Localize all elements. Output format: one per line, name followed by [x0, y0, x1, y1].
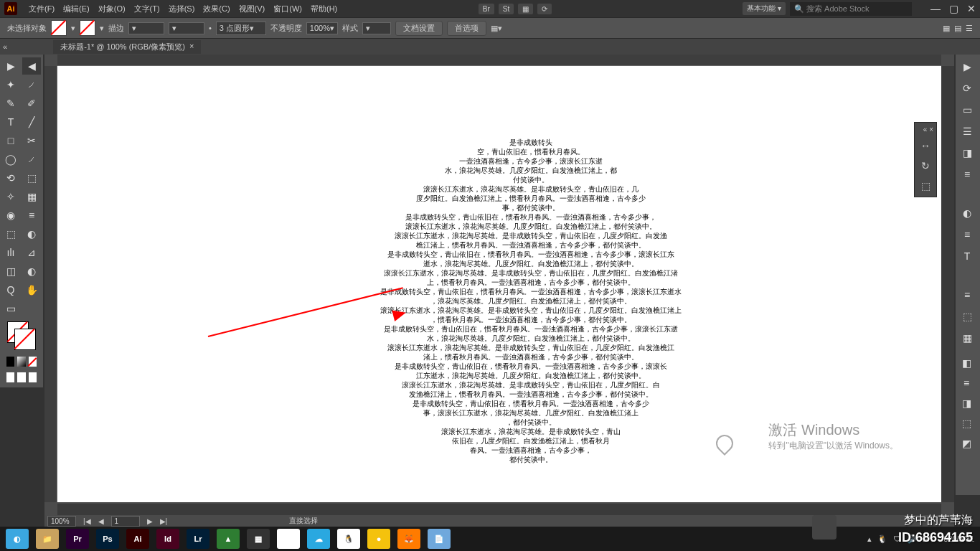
stroke-swatch[interactable]: [80, 20, 95, 36]
tool-button[interactable]: ◐: [22, 263, 41, 280]
panel-icon[interactable]: ▭: [957, 100, 977, 119]
brush-def[interactable]: 3 点圆形 ▾: [216, 22, 266, 35]
panel-icon[interactable]: ◩: [957, 435, 976, 452]
nav-first-icon[interactable]: |◀: [83, 517, 91, 525]
menu-item[interactable]: 帮助(H): [306, 3, 341, 14]
nav-next-icon[interactable]: ▶: [147, 517, 153, 525]
close-icon[interactable]: ✕: [967, 3, 976, 14]
panel-collapse-icon[interactable]: « ×: [923, 126, 933, 133]
gpu-icon[interactable]: ⟳: [537, 4, 552, 14]
tray-up-icon[interactable]: ▴: [867, 534, 872, 544]
taskbar-app[interactable]: ▲: [217, 529, 240, 549]
menu-item[interactable]: 效果(C): [199, 3, 234, 14]
tray-qq-icon[interactable]: 🐧: [877, 534, 887, 544]
taskbar-app[interactable]: 🦊: [397, 529, 420, 549]
scrollbar-vertical[interactable]: [941, 66, 954, 502]
prefs-button[interactable]: 首选项: [447, 21, 486, 36]
nav-last-icon[interactable]: ▶|: [160, 517, 168, 525]
area-text-object[interactable]: 是非成败转头空，青山依旧在，惯看秋月春风。一壶浊酒喜相逢，古今多少事，滚滚长江东…: [359, 138, 703, 464]
tool-button[interactable]: ⟋: [22, 151, 41, 168]
workspace-switcher[interactable]: 基本功能 ▾: [743, 2, 786, 15]
taskbar-app[interactable]: ☁: [307, 529, 330, 549]
transform-icon[interactable]: ↔: [918, 138, 933, 154]
tool-button[interactable]: ╱: [22, 113, 41, 131]
tool-button[interactable]: ⟲: [1, 169, 20, 187]
menu-item[interactable]: 视图(V): [235, 3, 270, 14]
arrange-icon[interactable]: ▦: [518, 4, 533, 14]
panel-icon[interactable]: ▶: [957, 57, 977, 76]
tool-button[interactable]: ılı: [1, 244, 20, 261]
fill-swatch[interactable]: [51, 20, 67, 36]
tool-button[interactable]: ⊿: [22, 244, 41, 261]
taskbar-app[interactable]: Id: [156, 529, 179, 549]
ruler-horizontal[interactable]: [57, 55, 941, 66]
stroke-weight[interactable]: ▾: [128, 22, 164, 34]
ruler-vertical[interactable]: [44, 66, 57, 502]
tool-button[interactable]: ⬚: [22, 169, 41, 187]
tool-button[interactable]: ✧: [1, 188, 20, 205]
tool-button[interactable]: ⟋: [22, 76, 41, 93]
panel-icon[interactable]: ◨: [957, 395, 976, 412]
panel-icon[interactable]: ▦: [957, 329, 977, 347]
align-icon[interactable]: ▦▾: [491, 24, 502, 33]
tab-close-icon[interactable]: ×: [189, 42, 194, 52]
tool-button[interactable]: ✎: [1, 95, 20, 112]
tool-button[interactable]: ▶: [1, 57, 20, 75]
taskbar-app[interactable]: ▦: [247, 529, 270, 549]
panel-icon[interactable]: ☰: [957, 122, 977, 141]
floating-panel[interactable]: « × ↔ ↻ ⬚: [914, 122, 937, 197]
none-sw[interactable]: [28, 356, 37, 367]
tool-button[interactable]: T: [1, 113, 20, 131]
panel-icon[interactable]: ◐: [957, 204, 977, 222]
panel-icon[interactable]: ≡: [957, 165, 977, 184]
artboard[interactable]: 是非成败转头空，青山依旧在，惯看秋月春风。一壶浊酒喜相逢，古今多少事，滚滚长江东…: [57, 66, 941, 502]
tool-button[interactable]: Q: [1, 281, 20, 298]
panel-icon[interactable]: ◧: [957, 354, 976, 372]
taskbar-app[interactable]: Ps: [96, 529, 119, 549]
tool-button[interactable]: ✂: [22, 132, 41, 149]
draw-normal[interactable]: [6, 372, 15, 383]
nav-prev-icon[interactable]: ◀: [98, 517, 104, 525]
maximize-icon[interactable]: ▢: [949, 3, 958, 14]
panel-view2-icon[interactable]: ▤: [954, 24, 961, 33]
tool-button[interactable]: ✦: [1, 76, 20, 93]
style-select[interactable]: ▾: [362, 22, 391, 34]
tool-button[interactable]: ▭: [1, 300, 20, 317]
opacity-input[interactable]: 100% ▾: [306, 22, 338, 34]
artboard-nav[interactable]: 1: [111, 516, 140, 527]
tool-button[interactable]: ⬚: [1, 225, 20, 242]
cc-lib-icon[interactable]: ⬚: [918, 178, 933, 194]
fill-stroke-indicator[interactable]: [1, 319, 42, 353]
stroke-profile[interactable]: ▾: [169, 22, 204, 34]
draw-behind[interactable]: [17, 372, 26, 383]
tool-button[interactable]: ◫: [1, 263, 20, 280]
bridge-button[interactable]: Br: [479, 4, 494, 14]
panel-icon[interactable]: ⬚: [957, 307, 977, 326]
menu-item[interactable]: 窗口(W): [269, 3, 306, 14]
gradient-sw[interactable]: [17, 356, 26, 367]
tool-button[interactable]: □: [1, 132, 20, 149]
menu-item[interactable]: 选择(S): [164, 3, 199, 14]
taskbar-app[interactable]: 📁: [36, 529, 59, 549]
menu-item[interactable]: 文字(T): [130, 3, 164, 14]
scrollbar-horizontal[interactable]: [57, 504, 941, 515]
taskbar-app[interactable]: ◐: [6, 529, 29, 549]
panel-icon[interactable]: ≡: [957, 286, 977, 304]
search-input[interactable]: 🔍 搜索 Adobe Stock: [790, 2, 912, 16]
taskbar-app[interactable]: 🐧: [337, 529, 360, 549]
panel-icon[interactable]: ⬚: [957, 415, 976, 432]
tool-button[interactable]: ✐: [22, 95, 41, 112]
taskbar-app[interactable]: ◉: [277, 529, 300, 549]
minimize-icon[interactable]: —: [930, 3, 941, 14]
menu-item[interactable]: 文件(F): [24, 3, 59, 14]
draw-inside[interactable]: [28, 372, 37, 383]
tool-button[interactable]: ◐: [22, 225, 41, 242]
panel-icon[interactable]: T: [957, 247, 977, 265]
panel-icon[interactable]: ⟳: [957, 79, 977, 98]
taskbar-app[interactable]: ●: [367, 529, 390, 549]
taskbar-app[interactable]: 📄: [428, 529, 451, 549]
menu-item[interactable]: 对象(O): [94, 3, 130, 14]
menu-item[interactable]: 编辑(E): [59, 3, 94, 14]
panel-icon[interactable]: ≡: [957, 225, 977, 244]
taskbar-app[interactable]: Ai: [126, 529, 149, 549]
